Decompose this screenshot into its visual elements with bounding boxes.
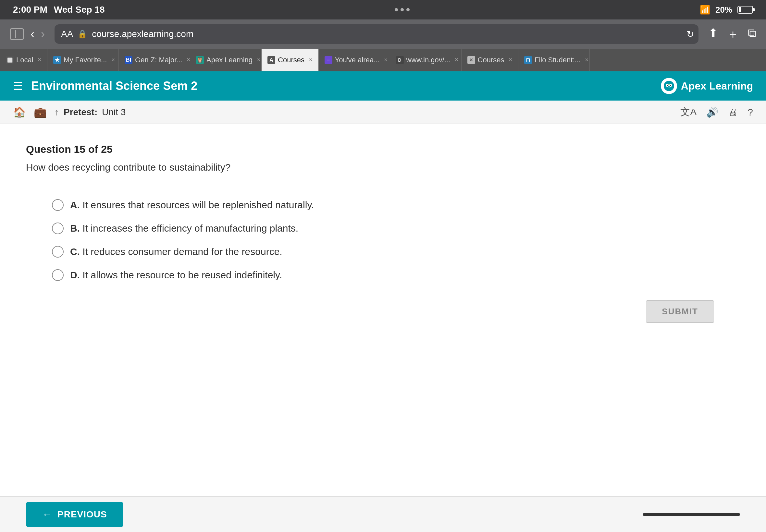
tab-filo-close[interactable]: × [585,56,589,63]
pretest-label: Pretest: [64,107,97,117]
option-d[interactable]: D. It allows the resource to be reused i… [52,269,740,281]
dot-1 [395,8,398,11]
tab-filo-label: Filo Student:... [535,56,581,64]
radio-b[interactable] [52,223,64,234]
question-text: How does recycling contribute to sustain… [26,162,740,173]
tab-courses2-close[interactable]: × [509,56,512,63]
tab-ingov-close[interactable]: × [455,56,458,63]
answer-options: A. It ensures that resources will be rep… [26,199,740,281]
aa-text[interactable]: AA [61,29,73,39]
apex-logo-text: Apex Learning [681,80,753,92]
sidebar-toggle-icon[interactable] [10,28,24,40]
option-a-text: It ensures that resources will be replen… [82,199,314,210]
time: 2:00 PM [13,5,47,15]
battery-fill [739,7,741,12]
tab-courses-close[interactable]: × [309,56,312,63]
tab-favorites-label: My Favorite... [64,56,107,64]
tab-favorites-close[interactable]: × [111,56,115,63]
status-bar: 2:00 PM Wed Sep 18 📶 20% [0,0,766,19]
wifi-icon: 📶 [700,5,710,15]
radio-c[interactable] [52,246,64,258]
tabs-icon[interactable]: ⧉ [748,26,756,42]
status-right: 📶 20% [700,5,753,15]
reload-icon[interactable]: ↻ [687,29,694,40]
url-bar[interactable]: AA 🔒 course.apexlearning.com ↻ [55,24,699,44]
sub-left: 🏠 💼 ↑ Pretest: Unit 3 [13,106,126,118]
tab-local-favicon: ⬜ [6,56,14,64]
tab-youve-close[interactable]: × [384,56,388,63]
tab-local-close[interactable]: × [38,56,42,63]
radio-a[interactable] [52,199,64,211]
option-c[interactable]: C. It reduces consumer demand for the re… [52,246,740,258]
tab-courses2[interactable]: ✕ Courses × [462,49,518,71]
pretest-unit: Unit 3 [102,107,126,117]
tab-apex[interactable]: 🦉 Apex Learning × [190,49,261,71]
tab-youve-favicon: ≡ [324,56,332,64]
battery-percent: 20% [715,5,732,15]
svg-point-4 [670,85,671,86]
tab-genz-close[interactable]: × [187,56,190,63]
option-c-letter: C. [70,246,80,257]
browser-nav-icons: ‹ › [10,27,45,41]
translate-icon[interactable]: 文A [680,105,697,119]
tab-ingov-label: www.in.gov/... [407,56,451,64]
submit-button[interactable]: SUBMIT [646,300,714,323]
status-left: 2:00 PM Wed Sep 18 [13,5,104,15]
hamburger-menu-icon[interactable]: ☰ [13,79,23,92]
question-number: Question 15 of 25 [26,143,740,155]
tab-apex-close[interactable]: × [257,56,261,63]
tab-local[interactable]: ⬜ Local × [0,49,47,71]
tab-genz-favicon: BI [125,56,132,64]
battery-icon [737,6,753,14]
prev-arrow-icon: ← [42,509,52,520]
apex-logo: Apex Learning [661,78,753,94]
tab-courses2-label: Courses [478,56,505,64]
divider [26,186,740,186]
tabs-bar: ⬜ Local × ★ My Favorite... × BI Gen Z: M… [0,49,766,71]
home-icon[interactable]: 🏠 [13,106,26,118]
browser-actions: ⬆ ＋ ⧉ [708,26,756,42]
browser-bar: ‹ › AA 🔒 course.apexlearning.com ↻ ⬆ ＋ ⧉ [0,19,766,49]
help-icon[interactable]: ? [748,107,753,118]
dot-3 [407,8,410,11]
tab-courses2-favicon: ✕ [468,56,475,64]
option-d-label: D. It allows the resource to be reused i… [70,270,282,281]
tab-favorites[interactable]: ★ My Favorite... × [47,49,119,71]
option-b-label: B. It increases the efficiency of manufa… [70,223,298,234]
option-b[interactable]: B. It increases the efficiency of manufa… [52,223,740,234]
tab-local-label: Local [16,56,33,64]
option-a-letter: A. [70,199,80,210]
bottom-nav: ← PREVIOUS [0,496,766,532]
app-header: ☰ Environmental Science Sem 2 Apex Learn… [0,71,766,101]
sub-header: 🏠 💼 ↑ Pretest: Unit 3 文A 🔊 🖨 ? [0,101,766,124]
briefcase-icon[interactable]: 💼 [34,106,47,118]
sidebar-inner [12,30,16,38]
date: Wed Sep 18 [54,5,105,15]
tab-youve[interactable]: ≡ You've alrea... × [319,49,390,71]
radio-d[interactable] [52,269,64,281]
option-a[interactable]: A. It ensures that resources will be rep… [52,199,740,211]
option-d-letter: D. [70,270,80,280]
dot-2 [401,8,404,11]
tab-filo[interactable]: Fi Filo Student:... × [518,49,590,71]
option-b-text: It increases the efficiency of manufactu… [82,223,298,234]
tab-favorites-favicon: ★ [53,56,61,64]
previous-button[interactable]: ← PREVIOUS [26,502,123,527]
new-tab-icon[interactable]: ＋ [727,26,739,42]
option-a-label: A. It ensures that resources will be rep… [70,199,314,211]
back-button[interactable]: ‹ [30,27,34,41]
option-b-letter: B. [70,223,80,234]
audio-icon[interactable]: 🔊 [706,106,718,118]
share-icon[interactable]: ⬆ [708,26,718,42]
tab-courses[interactable]: A Courses × [261,49,318,71]
forward-button[interactable]: › [41,27,45,41]
app-title: Environmental Science Sem 2 [31,79,197,93]
tab-ingov[interactable]: D www.in.gov/... × [390,49,462,71]
previous-label: PREVIOUS [57,509,107,520]
tab-apex-favicon: 🦉 [196,56,204,64]
tab-genz[interactable]: BI Gen Z: Major... × [119,49,190,71]
print-icon[interactable]: 🖨 [728,107,738,118]
tab-courses-label: Courses [278,56,304,64]
url-text: course.apexlearning.com [92,29,193,39]
up-arrow-icon[interactable]: ↑ [55,107,59,117]
